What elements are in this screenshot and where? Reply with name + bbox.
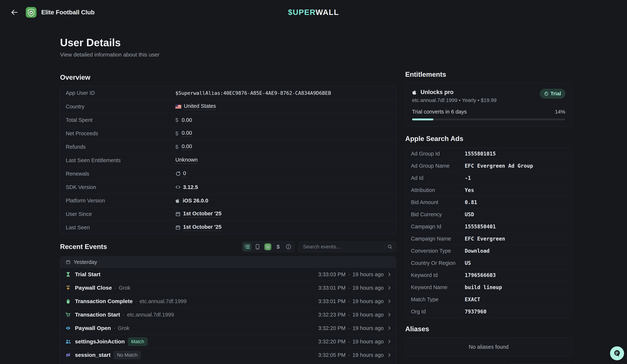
page-subtitle: View detailed information about this use… xyxy=(60,51,396,58)
event-row-paywall-open[interactable]: Paywall Open · Grok 3:32:20 PM·19 hours … xyxy=(60,321,396,335)
dollar-prefix: $ xyxy=(175,117,178,123)
last-seen-value[interactable]: 1st October '25 xyxy=(183,224,221,231)
superwall-logo: $UPERWALL xyxy=(288,8,339,17)
overview-row-user-since: User Since 1st October '25 xyxy=(60,207,396,221)
entitlement-name: Unlocks pro xyxy=(420,89,454,95)
event-row-transaction-start[interactable]: Transaction Start · etc.annual.7df.1999 … xyxy=(60,308,396,321)
renewals-value[interactable]: 0 xyxy=(183,170,186,177)
aliases-empty-text: No aliases found xyxy=(469,344,509,350)
chevron-right-icon xyxy=(388,286,391,290)
events-search-input[interactable] xyxy=(303,244,382,250)
asa-row: Campaign Id1555850401 xyxy=(405,221,572,233)
app-name: Elite Football Club xyxy=(41,9,95,16)
chat-bubble-icon xyxy=(613,349,621,358)
filter-revenue-events-button[interactable]: $ xyxy=(274,243,282,251)
calendar-icon xyxy=(66,260,71,265)
event-relative-time: 19 hours ago xyxy=(353,312,384,318)
asa-row: Bid Amount0.81 xyxy=(405,196,572,208)
event-time: 3:33:01 PM xyxy=(318,285,346,291)
event-row-session-start-snake[interactable]: session_start No Match 3:32:05 PM·19 hou… xyxy=(60,348,396,362)
overview-row-country: Country United States xyxy=(60,100,396,113)
event-filter-toolbar: $ xyxy=(242,241,294,252)
event-row-transaction-complete[interactable]: Transaction Complete · etc.annual.7df.19… xyxy=(60,294,396,308)
calendar-icon xyxy=(175,211,180,217)
asa-row: Keyword Namebuild lineup xyxy=(405,281,572,293)
event-row-trial-start[interactable]: Trial Start 3:33:03 PM·19 hours ago xyxy=(60,268,396,281)
overview-row-total-spent: Total Spent $0.00 xyxy=(60,113,396,127)
info-icon xyxy=(286,244,291,250)
event-time: 3:33:01 PM xyxy=(318,298,346,304)
list-icon xyxy=(244,244,250,249)
country-value[interactable]: United States xyxy=(184,103,216,110)
chat-support-button[interactable] xyxy=(610,346,624,360)
apple-icon xyxy=(175,198,180,203)
event-relative-time: 19 hours ago xyxy=(353,325,384,331)
paywall-close-icon xyxy=(65,285,71,290)
filter-app-events-button[interactable] xyxy=(263,243,272,251)
chevron-right-icon xyxy=(388,313,391,317)
overview-row-last-seen-entitlements: Last Seen Entitlements Unknown xyxy=(60,153,396,167)
asa-row: Campaign NameEFC Evergreen xyxy=(405,233,572,245)
event-row-settings-join-action[interactable]: settingsJoinAction Match 3:32:20 PM·19 h… xyxy=(60,335,396,348)
overview-row-last-seen: Last Seen 1st October '25 xyxy=(60,221,396,234)
apple-icon xyxy=(412,89,417,95)
eye-icon xyxy=(65,325,71,331)
trial-badge: Trial xyxy=(540,89,565,98)
overview-card: App User ID $SuperwallAlias:40EC9876-A85… xyxy=(60,86,396,234)
apple-search-ads-card: Ad Group Id1555801015 Ad Group NameEFC E… xyxy=(405,147,572,318)
overview-row-sdk-version: SDK Version 3.12.5 xyxy=(60,180,396,194)
calendar-icon xyxy=(175,225,180,230)
match-badge: Match xyxy=(128,337,147,346)
event-relative-time: 19 hours ago xyxy=(353,352,384,358)
platform-version-value: iOS 26.0.0 xyxy=(183,198,208,204)
event-time: 3:32:20 PM xyxy=(318,339,346,345)
back-button[interactable] xyxy=(9,7,20,17)
recent-events-header: Recent Events $ xyxy=(60,241,396,252)
overview-row-refunds: Refunds $0.00 xyxy=(60,140,396,153)
shopping-bag-icon xyxy=(65,299,71,304)
logo-accent: $UPER xyxy=(288,8,315,17)
search-icon[interactable] xyxy=(387,244,393,249)
recent-events-heading: Recent Events xyxy=(60,243,107,251)
filter-device-events-button[interactable] xyxy=(253,243,262,251)
asa-row: Bid CurrencyUSD xyxy=(405,208,572,221)
back-arrow-icon xyxy=(11,9,18,16)
user-since-value[interactable]: 1st October '25 xyxy=(183,211,221,218)
events-date-group: Yesterday xyxy=(60,257,396,268)
hourglass-icon xyxy=(65,272,71,277)
net-proceeds-value[interactable]: 0.00 xyxy=(182,130,192,137)
trial-converts-text: Trial converts in 6 days xyxy=(412,109,467,115)
events-search xyxy=(298,241,396,252)
entitlements-heading: Entitlements xyxy=(405,71,572,78)
shopping-cart-icon xyxy=(65,312,71,317)
main-content: User Details View detailed information a… xyxy=(0,25,627,364)
page-title: User Details xyxy=(60,37,396,48)
trial-percent: 14% xyxy=(555,109,565,115)
chevron-right-icon xyxy=(388,272,391,276)
event-relative-time: 19 hours ago xyxy=(353,272,384,277)
aliases-heading: Aliases xyxy=(405,325,572,333)
event-row-paywall-close[interactable]: Paywall Close · Grok 3:33:01 PM·19 hours… xyxy=(60,281,396,294)
asa-row: Org Id7937960 xyxy=(405,306,572,318)
event-time: 3:32:05 PM xyxy=(318,352,346,358)
event-row-session-start[interactable]: Session Start 3:32:05 PM·19 hours ago xyxy=(60,362,396,364)
chevron-right-icon xyxy=(388,326,391,330)
sdk-version-value: 3.12.5 xyxy=(183,184,198,190)
overview-row-net-proceeds: Net Proceeds $0.00 xyxy=(60,127,396,140)
overview-row-platform-version: Platform Version iOS 26.0.0 xyxy=(60,194,396,207)
filter-all-events-button[interactable] xyxy=(243,243,252,251)
right-column: Entitlements Unlocks pro etc.annual.7df.… xyxy=(405,25,572,364)
chevron-right-icon xyxy=(388,353,391,357)
event-time: 3:32:20 PM xyxy=(318,325,346,331)
asa-row: Match TypeEXACT xyxy=(405,293,572,306)
asa-row: AttributionYes xyxy=(405,184,572,196)
event-time: 3:33:03 PM xyxy=(318,272,346,277)
asa-row: Ad Group Id1555801015 xyxy=(405,148,572,160)
aliases-empty-card: No aliases found xyxy=(405,338,572,356)
no-match-badge: No Match xyxy=(114,351,141,359)
filter-info-events-button[interactable] xyxy=(284,243,293,251)
trial-progress-bar xyxy=(412,119,565,120)
last-seen-entitlements-value[interactable]: Unknown xyxy=(175,157,198,164)
refunds-value[interactable]: 0.00 xyxy=(182,143,192,150)
left-column: User Details View detailed information a… xyxy=(60,25,396,364)
